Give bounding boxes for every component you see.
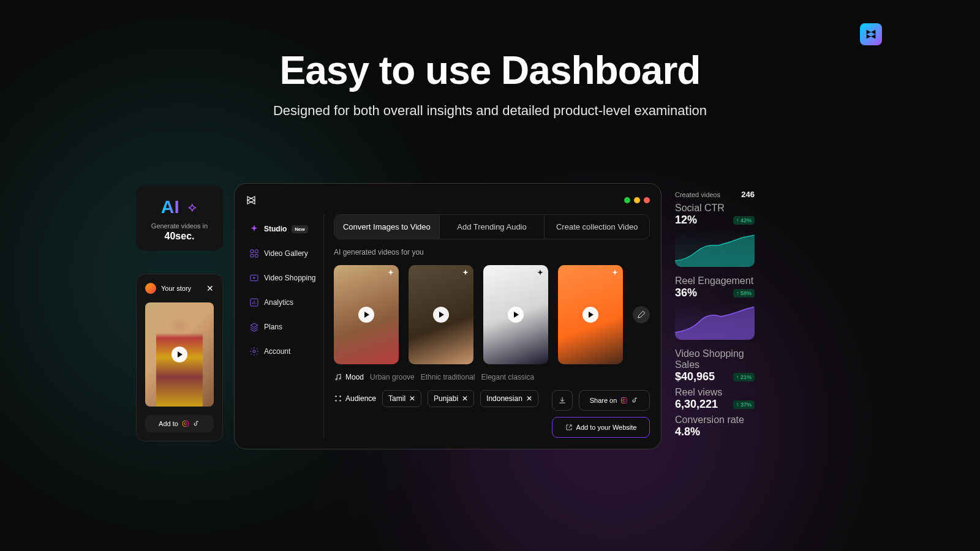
story-avatar — [145, 283, 156, 294]
stat-value: $40,965 — [675, 370, 715, 383]
traffic-yellow-icon[interactable] — [634, 197, 640, 203]
hero-subtitle: Designed for both overall insights and d… — [0, 103, 980, 119]
pencil-icon — [637, 310, 646, 319]
story-thumbnail[interactable] — [145, 302, 214, 407]
delta-badge: ↑ 21% — [733, 373, 755, 381]
mood-chip[interactable]: Elegant classica — [481, 373, 534, 381]
ai-sub-label: Generate videos in — [142, 222, 217, 230]
sidebar-item-plans[interactable]: Plans — [246, 316, 323, 338]
sparkle-icon — [249, 224, 259, 234]
edit-button[interactable] — [633, 306, 650, 323]
video-thumbnail[interactable] — [409, 265, 473, 364]
share-on-button[interactable]: Share on — [579, 390, 650, 411]
download-button[interactable] — [552, 390, 573, 411]
stats-panel: Created videos 246 Social CTR 12% ↑ 42% … — [675, 190, 755, 438]
ai-time-label: 40sec. — [142, 231, 217, 242]
chip-label: Punjabi — [434, 394, 458, 403]
close-icon[interactable]: ✕ — [409, 394, 415, 403]
tab-create-collection[interactable]: Create collection Video — [545, 215, 649, 239]
tiktok-icon — [631, 397, 639, 404]
svg-rect-5 — [255, 254, 258, 257]
svg-rect-2 — [251, 250, 254, 253]
delta-badge: ↑ 37% — [733, 400, 755, 409]
stat-label: Created videos — [675, 191, 720, 198]
reel-engagement-chart — [675, 303, 755, 340]
ai-generate-card: AI Generate videos in 40sec. — [136, 186, 223, 250]
audience-chip[interactable]: Indonesian ✕ — [480, 390, 538, 407]
stat-label: Reel views — [675, 387, 755, 398]
svg-rect-0 — [183, 421, 188, 427]
add-website-label: Add to your Website — [576, 424, 637, 431]
stat-label: Video Shopping Sales — [675, 348, 755, 370]
chip-label: Indonesian — [486, 394, 522, 403]
social-ctr-chart — [675, 230, 755, 267]
hero-title: Easy to use Dashboard — [0, 48, 980, 93]
stat-label: Social CTR — [675, 203, 755, 214]
play-icon[interactable] — [172, 347, 187, 362]
svg-point-12 — [339, 400, 341, 401]
play-box-icon — [249, 273, 259, 283]
new-badge: New — [292, 225, 307, 233]
gear-icon — [249, 347, 259, 356]
svg-point-10 — [339, 395, 341, 397]
traffic-green-icon[interactable] — [624, 197, 630, 203]
audience-chip[interactable]: Punjabi ✕ — [428, 390, 474, 407]
window-controls — [624, 197, 650, 203]
sparkle-icon — [461, 269, 470, 277]
sparkle-icon — [184, 203, 198, 219]
stat-value: 36% — [675, 287, 697, 299]
tab-convert-images[interactable]: Convert Images to Video — [334, 215, 440, 239]
music-icon — [334, 373, 342, 381]
mood-chip[interactable]: Urban groove — [370, 373, 415, 381]
stat-label: Reel Engagement — [675, 276, 755, 287]
mood-label: Mood — [334, 373, 364, 381]
app-logo-icon — [246, 195, 257, 206]
add-to-website-button[interactable]: Add to your Website — [552, 417, 650, 438]
add-to-social-button[interactable]: Add to — [145, 415, 214, 432]
video-thumbnail[interactable] — [483, 265, 548, 364]
close-icon[interactable]: ✕ — [462, 394, 468, 403]
svg-rect-3 — [255, 250, 258, 253]
svg-point-9 — [335, 395, 336, 397]
sparkle-icon — [386, 269, 395, 277]
play-icon[interactable] — [433, 307, 449, 323]
svg-point-8 — [253, 350, 255, 353]
add-to-label: Add to — [159, 420, 178, 427]
grid-icon — [249, 249, 259, 258]
sidebar-item-label: Account — [264, 347, 290, 356]
product-logo-icon — [860, 23, 882, 45]
sidebar-item-account[interactable]: Account — [246, 340, 323, 362]
chart-icon — [249, 298, 259, 307]
traffic-red-icon[interactable] — [644, 197, 650, 203]
ai-badge: AI — [161, 197, 179, 217]
svg-rect-4 — [251, 254, 254, 257]
sidebar-item-analytics[interactable]: Analytics — [246, 291, 323, 313]
tiktok-icon — [193, 420, 200, 427]
close-icon[interactable]: ✕ — [526, 394, 532, 403]
play-icon[interactable] — [358, 307, 374, 323]
video-thumbnail[interactable] — [558, 265, 623, 364]
audience-chip[interactable]: Tamil ✕ — [382, 390, 421, 407]
svg-point-1 — [184, 422, 187, 425]
sparkle-icon — [611, 269, 619, 277]
play-icon[interactable] — [508, 307, 524, 323]
layers-icon — [249, 322, 259, 332]
sidebar-item-studio[interactable]: Studio New — [246, 218, 323, 240]
mood-chip[interactable]: Ethnic traditional — [421, 373, 475, 381]
tab-add-audio[interactable]: Add Trending Audio — [440, 215, 545, 239]
sidebar-item-video-shopping[interactable]: Video Shopping — [246, 267, 323, 289]
sidebar-item-label: Video Shopping — [264, 274, 316, 282]
play-icon[interactable] — [582, 307, 598, 323]
main-content: Convert Images to Video Add Trending Aud… — [323, 214, 650, 438]
close-icon[interactable]: ✕ — [206, 283, 214, 293]
audience-label: Audience — [334, 394, 376, 403]
story-title: Your story — [161, 285, 202, 292]
dashboard-window: Studio New Video Gallery Video Shopping … — [234, 183, 662, 449]
video-thumbnail[interactable] — [334, 265, 399, 364]
story-card: Your story ✕ Add to — [136, 274, 223, 441]
svg-point-11 — [335, 400, 336, 401]
sidebar: Studio New Video Gallery Video Shopping … — [246, 214, 323, 438]
sidebar-item-label: Video Gallery — [264, 249, 308, 258]
sidebar-item-video-gallery[interactable]: Video Gallery — [246, 242, 323, 264]
stat-value: 12% — [675, 214, 697, 227]
